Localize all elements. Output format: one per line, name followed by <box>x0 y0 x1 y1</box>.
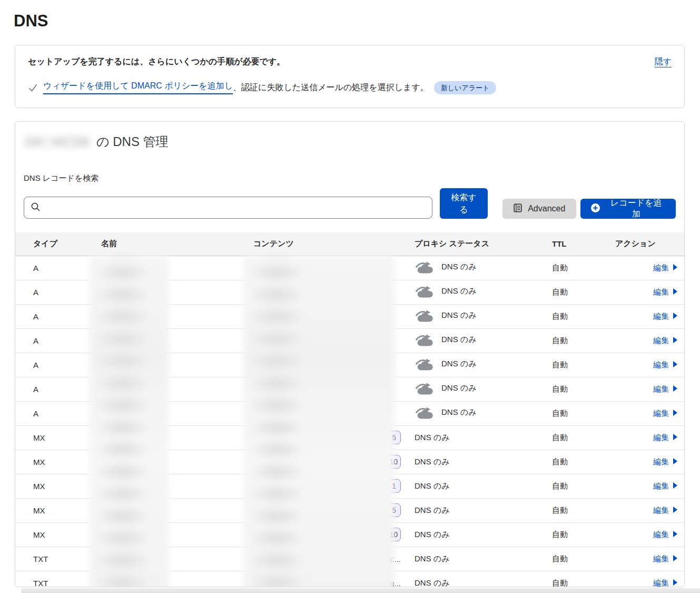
record-name-redacted <box>86 425 239 450</box>
content-tail-text: a:... <box>388 555 401 563</box>
record-type: A <box>15 280 86 304</box>
action-cell: 編集 <box>598 522 684 547</box>
dmarc-wizard-link[interactable]: ウィザードを使用して DMARC ポリシーを追加し <box>43 81 233 94</box>
hide-link[interactable]: 隠す <box>655 56 672 67</box>
column-ttl: TTL <box>535 232 598 256</box>
table-row: MX 5 DNS のみ 自動 編集 <box>15 498 684 522</box>
table-row: TXT a:... DNS のみ 自動 編集 <box>15 547 684 571</box>
mx-priority-badge: 10 <box>386 455 401 469</box>
edit-button[interactable]: 編集 <box>653 360 678 370</box>
record-ttl: 自動 <box>535 474 598 498</box>
edit-button-label: 編集 <box>653 433 669 443</box>
chevron-right-icon <box>673 385 678 394</box>
advanced-button[interactable]: Advanced <box>502 199 576 219</box>
record-content: 1 <box>239 474 402 498</box>
edit-button[interactable]: 編集 <box>653 409 678 419</box>
record-type: A <box>15 256 86 280</box>
record-content <box>239 304 402 328</box>
table-row: MX 5 DNS のみ 自動 編集 <box>15 425 684 450</box>
edit-button[interactable]: 編集 <box>653 481 678 491</box>
record-content: a:... <box>239 547 402 571</box>
record-type: A <box>15 304 86 328</box>
record-content <box>239 280 402 304</box>
chevron-right-icon <box>673 361 678 370</box>
record-ttl: 自動 <box>535 571 598 587</box>
record-name-redacted <box>86 498 239 522</box>
search-box <box>24 197 432 219</box>
dns-page: DNS セットアップを完了するには、さらにいくつかの手順が必要です。 隠す ウィ… <box>0 0 700 593</box>
record-content: g... <box>239 571 402 587</box>
dns-only-cloud-icon <box>415 333 435 346</box>
record-content <box>239 401 402 425</box>
edit-button[interactable]: 編集 <box>653 578 678 588</box>
record-content <box>239 328 402 353</box>
record-type: MX <box>15 474 86 498</box>
edit-button[interactable]: 編集 <box>653 457 678 467</box>
edit-button[interactable]: 編集 <box>653 384 678 394</box>
edit-button[interactable]: 編集 <box>653 287 678 297</box>
record-ttl: 自動 <box>535 401 598 425</box>
record-name-redacted <box>86 547 239 571</box>
chevron-right-icon <box>673 288 678 297</box>
edit-button[interactable]: 編集 <box>653 336 678 346</box>
card-title: の DNS 管理 <box>24 133 676 151</box>
edit-button[interactable]: 編集 <box>653 554 678 564</box>
proxy-status-text: DNS のみ <box>415 433 450 443</box>
action-cell: 編集 <box>598 450 684 474</box>
record-ttl: 自動 <box>535 425 598 450</box>
proxy-status-cell: DNS のみ <box>402 571 535 587</box>
record-name-redacted <box>86 450 239 474</box>
edit-button-label: 編集 <box>653 360 669 370</box>
card-shadow-band <box>21 588 700 593</box>
record-type: TXT <box>15 547 86 571</box>
record-name-redacted <box>86 304 239 328</box>
record-ttl: 自動 <box>535 522 598 547</box>
proxy-status-cell: DNS のみ <box>402 280 535 304</box>
edit-button[interactable]: 編集 <box>653 505 678 516</box>
edit-button[interactable]: 編集 <box>653 312 678 322</box>
edit-button[interactable]: 編集 <box>653 263 678 273</box>
record-name-redacted <box>86 474 239 498</box>
record-name-redacted <box>86 522 239 547</box>
record-name-redacted <box>86 328 239 353</box>
table-row: A <box>15 280 684 304</box>
edit-button-label: 編集 <box>653 481 669 491</box>
record-content: 10 <box>239 450 402 474</box>
check-icon <box>28 83 38 93</box>
chevron-right-icon <box>673 409 678 418</box>
proxy-status-cell: DNS のみ <box>402 498 535 522</box>
proxy-status-text: DNS のみ <box>415 481 450 491</box>
record-type: MX <box>15 450 86 474</box>
search-input[interactable] <box>45 203 426 212</box>
mx-priority-badge: 10 <box>386 528 401 541</box>
edit-button-label: 編集 <box>653 312 669 322</box>
action-cell: 編集 <box>598 328 684 353</box>
proxy-status-text: DNS のみ <box>441 335 477 345</box>
record-type: TXT <box>15 571 86 587</box>
edit-button[interactable]: 編集 <box>653 433 678 443</box>
advanced-button-label: Advanced <box>528 204 565 213</box>
edit-button-label: 編集 <box>653 263 669 273</box>
record-ttl: 自動 <box>535 328 598 353</box>
record-type: A <box>15 401 86 425</box>
edit-button-label: 編集 <box>653 287 669 297</box>
add-record-button[interactable]: レコードを追加 <box>580 199 676 219</box>
record-content <box>239 377 402 401</box>
proxy-status-text: DNS のみ <box>415 505 450 516</box>
redacted-domain <box>24 135 90 149</box>
proxy-status-text: DNS のみ <box>441 407 477 417</box>
dns-only-cloud-icon <box>415 260 435 274</box>
record-name-redacted <box>86 353 239 377</box>
search-button[interactable]: 検索する <box>440 188 488 219</box>
proxy-status-text: DNS のみ <box>441 262 477 272</box>
proxy-status-cell: DNS のみ <box>402 353 535 377</box>
action-cell: 編集 <box>598 256 684 280</box>
proxy-status-text: DNS のみ <box>441 383 477 393</box>
table-row: MX 1 DNS のみ 自動 編集 <box>15 474 684 498</box>
table-row: A <box>15 304 684 328</box>
proxy-status-cell: DNS のみ <box>402 304 535 328</box>
record-name-redacted <box>86 377 239 401</box>
edit-button[interactable]: 編集 <box>653 530 678 540</box>
table-row: A <box>15 328 684 353</box>
proxy-status-text: DNS のみ <box>415 457 450 467</box>
